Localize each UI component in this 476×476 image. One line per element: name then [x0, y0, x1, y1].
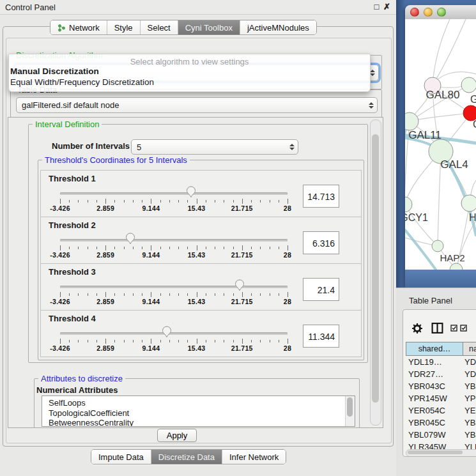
tab-impute-data[interactable]: Impute Data: [91, 450, 151, 464]
checkbox-icon[interactable]: [460, 325, 467, 332]
tab-label: Cyni Toolbox: [185, 23, 233, 33]
slider-track[interactable]: [60, 332, 288, 335]
tick-mark: [242, 292, 243, 297]
network-node[interactable]: [461, 77, 476, 93]
close-window-button[interactable]: ✗: [382, 2, 392, 12]
network-node[interactable]: [405, 197, 412, 212]
tab-discretize-data[interactable]: Discretize Data: [151, 450, 222, 464]
threshold-slider[interactable]: -3.4262.8599.14415.4321.71528: [60, 330, 288, 353]
tick-mark: [142, 247, 142, 249]
tick-label: 15.43: [188, 251, 206, 259]
slider-track[interactable]: [60, 286, 288, 288]
close-traffic-light-icon[interactable]: [410, 8, 419, 17]
settings-scrollbar[interactable]: [370, 119, 381, 426]
tick-label: -3.426: [50, 204, 70, 212]
table-row[interactable]: YBR043C YBR0: [406, 380, 476, 392]
slider-thumb[interactable]: [126, 233, 135, 245]
slider-track[interactable]: [60, 192, 288, 195]
network-node[interactable]: [432, 240, 443, 252]
tick-mark: [260, 340, 261, 342]
settings-scrollbar-thumb[interactable]: [372, 134, 379, 403]
table-row[interactable]: YBR045C YBR0: [406, 417, 476, 429]
split-columns-icon[interactable]: [431, 322, 443, 334]
table-row[interactable]: YER054C YER0: [406, 404, 476, 417]
threshold-slider[interactable]: -3.4262.8599.14415.4321.71528: [60, 283, 288, 306]
checkbox-icon[interactable]: [450, 325, 457, 332]
table-scrollbar-thumb[interactable]: [408, 450, 463, 454]
table-horizontal-scrollbar[interactable]: [406, 449, 476, 457]
stepper-icon[interactable]: [365, 98, 377, 112]
tick-mark: [206, 200, 206, 203]
float-window-button[interactable]: □: [372, 2, 381, 12]
tick-label: 9.144: [142, 204, 160, 212]
tick-label: 15.43: [188, 204, 206, 212]
dropdown-header: Select algorithm to view settings: [9, 57, 370, 66]
tick-mark: [187, 200, 188, 203]
tab-style[interactable]: Style: [107, 20, 140, 35]
tick-mark: [142, 200, 142, 203]
dropdown-option-equal-width-frequency-discretization[interactable]: Equal Width/Frequency Discretization: [10, 77, 154, 87]
list-item-selfloops[interactable]: SelfLoops: [42, 398, 355, 408]
tick-mark: [60, 292, 61, 297]
list-scrollbar[interactable]: [345, 396, 355, 426]
tick-label: 2.859: [96, 204, 114, 212]
column-header-shared-name[interactable]: shared…: [406, 342, 463, 355]
network-node[interactable]: [405, 112, 418, 130]
list-item-topologicalcoefficient[interactable]: TopologicalCoefficient: [42, 408, 355, 418]
tick-label: 9.144: [142, 298, 160, 305]
attributes-group-title: Attributes to discretize: [38, 374, 125, 383]
threshold-value-box[interactable]: 21.4: [303, 278, 339, 301]
threshold-slider[interactable]: -3.4262.8599.14415.4321.71528: [60, 236, 288, 259]
stepper-icon[interactable]: [286, 140, 298, 154]
threshold-value-box[interactable]: 14.713: [303, 185, 339, 208]
algorithm-dropdown: Select algorithm to view settings Manual…: [8, 54, 371, 92]
tick-mark: [279, 293, 279, 296]
table-row[interactable]: YPR145W YPR1: [406, 392, 476, 404]
threshold-slider[interactable]: -3.4262.8599.14415.4321.71528: [60, 190, 288, 213]
slider-thumb[interactable]: [187, 186, 196, 198]
tick-mark: [60, 245, 61, 250]
tab-cyni-toolbox[interactable]: Cyni Toolbox: [178, 20, 240, 35]
table-row[interactable]: YBL079W YBL0: [406, 429, 476, 441]
tick-mark: [133, 293, 134, 296]
table-data-combo[interactable]: galFiltered.sif default node: [16, 97, 378, 113]
node-label-c: C: [473, 119, 476, 130]
table-panel-inner: shared… na YDL19… YDL1 YDR27… YDR2 YBR04…: [403, 309, 476, 457]
tab-label: Impute Data: [98, 452, 144, 462]
tick-label: 15.43: [188, 344, 206, 352]
tab-network[interactable]: Network: [50, 20, 107, 35]
tick-mark: [88, 247, 88, 249]
attributes-items: SelfLoopsTopologicalCoefficientBetweenne…: [42, 396, 355, 427]
tick-mark: [60, 339, 61, 344]
attributes-listbox[interactable]: SelfLoopsTopologicalCoefficientBetweenne…: [42, 395, 355, 427]
tick-mark: [114, 247, 115, 249]
tab-jactivemnodules[interactable]: jActiveMNodules: [240, 20, 316, 35]
tick-mark: [178, 200, 179, 203]
cell-name: YDL1: [462, 356, 476, 368]
dropdown-option-manual-discretization[interactable]: Manual Discretization: [10, 66, 99, 76]
slider-track[interactable]: [60, 239, 288, 242]
list-scrollbar-thumb[interactable]: [347, 397, 353, 417]
list-item-betweennesscentrality[interactable]: BetweennessCentrality: [42, 418, 355, 427]
threshold-value-box[interactable]: 11.344: [303, 325, 339, 348]
table-row[interactable]: YDL19… YDL1: [406, 356, 476, 368]
tick-mark: [224, 247, 224, 249]
network-node[interactable]: [461, 195, 476, 211]
tab-select[interactable]: Select: [140, 20, 178, 35]
tick-mark: [206, 247, 206, 249]
apply-button[interactable]: Apply: [157, 429, 197, 442]
network-canvas[interactable]: GAL80GCGAL11GAL4GCY1HHAP2: [405, 19, 476, 270]
tick-mark: [124, 247, 125, 249]
slider-thumb[interactable]: [162, 326, 172, 338]
table-row[interactable]: YDR27… YDR2: [406, 368, 476, 380]
tick-mark: [160, 293, 161, 296]
threshold-value-box[interactable]: 6.316: [303, 231, 339, 254]
slider-thumb[interactable]: [235, 279, 245, 291]
column-header-name[interactable]: na: [463, 342, 476, 355]
gear-icon[interactable]: [412, 323, 422, 334]
tab-infer-network[interactable]: Infer Network: [222, 450, 286, 464]
minimize-traffic-light-icon[interactable]: [424, 8, 433, 17]
tick-mark: [124, 293, 125, 296]
zoom-traffic-light-icon[interactable]: [437, 8, 446, 17]
num-intervals-combo[interactable]: 5: [131, 139, 298, 155]
